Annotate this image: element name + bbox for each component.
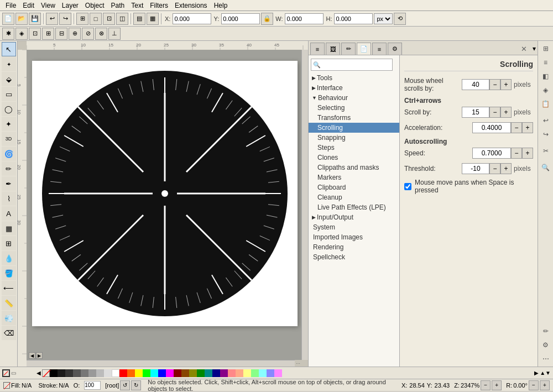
spiral-tool[interactable]: 🌀 bbox=[2, 147, 16, 161]
scroll-by-inc[interactable]: + bbox=[500, 107, 512, 118]
fr-paste-button[interactable]: 📋 bbox=[539, 97, 552, 111]
ellipse-tool[interactable]: ◯ bbox=[2, 102, 16, 116]
eraser-tool[interactable]: ⌫ bbox=[2, 326, 16, 340]
menu-help[interactable]: Help bbox=[211, 0, 231, 11]
fr-zoom-button[interactable]: 🔍 bbox=[539, 161, 552, 174]
prefs-tab-6[interactable]: ⚙ bbox=[388, 43, 402, 55]
menu-extensions[interactable]: Extensions bbox=[171, 0, 211, 11]
measure-tool[interactable]: 📏 bbox=[2, 296, 16, 310]
unit-select[interactable]: px bbox=[374, 13, 393, 24]
menu-layer[interactable]: Layer bbox=[59, 0, 82, 11]
tree-cleanup[interactable]: Cleanup bbox=[309, 192, 399, 202]
tree-tools[interactable]: ▶ Tools bbox=[309, 73, 399, 83]
fr-symbols-button[interactable]: ◈ bbox=[539, 83, 552, 97]
undo-button[interactable]: ↩ bbox=[46, 13, 58, 25]
palette-up[interactable]: ▲ bbox=[540, 370, 545, 376]
fr-xml-button[interactable]: ⊞ bbox=[539, 42, 552, 55]
transform-reset-button[interactable]: ↺ bbox=[120, 380, 130, 390]
swatch-light-magenta[interactable] bbox=[274, 369, 282, 377]
swatch-light-green[interactable] bbox=[251, 369, 259, 377]
menu-object[interactable]: Object bbox=[82, 0, 108, 11]
fill-swatch[interactable] bbox=[3, 382, 10, 389]
mouse-wheel-input[interactable] bbox=[462, 79, 489, 90]
paint-bucket-tool[interactable]: 🪣 bbox=[2, 266, 16, 280]
swatch-red[interactable] bbox=[119, 369, 127, 377]
swatch-5[interactable] bbox=[88, 369, 96, 377]
swatch-3[interactable] bbox=[73, 369, 81, 377]
snap-center-button[interactable]: ⊕ bbox=[69, 28, 81, 40]
node-tool[interactable]: ✦ bbox=[2, 57, 16, 71]
tree-clippaths[interactable]: Clippaths and masks bbox=[309, 163, 399, 173]
mouse-wheel-inc[interactable]: + bbox=[500, 79, 512, 90]
canvas-area[interactable]: 5 10 15 20 25 30 35 40 45 bbox=[18, 41, 308, 367]
scroll-by-dec[interactable]: − bbox=[489, 107, 500, 118]
prefs-tab-1[interactable]: ≡ bbox=[310, 43, 325, 55]
fr-undo-button[interactable]: ↩ bbox=[539, 114, 552, 127]
fr-extra-button[interactable]: ⋯ bbox=[539, 352, 552, 365]
zoom-dec-button[interactable]: − bbox=[481, 380, 491, 390]
tree-rendering[interactable]: Rendering bbox=[309, 242, 399, 252]
transform-apply-button[interactable]: ↻ bbox=[131, 380, 141, 390]
calligraphy-tool[interactable]: ⌇ bbox=[2, 191, 16, 206]
swatch-magenta[interactable] bbox=[166, 369, 174, 377]
speed-input[interactable] bbox=[472, 148, 511, 159]
swatch-2[interactable] bbox=[65, 369, 73, 377]
swatch-white[interactable] bbox=[112, 369, 119, 377]
tree-interface[interactable]: ▶ Interface bbox=[309, 83, 399, 93]
snap-guide-button[interactable]: ⊟ bbox=[55, 28, 67, 40]
y-input[interactable] bbox=[221, 13, 260, 24]
save-button[interactable]: 💾 bbox=[29, 13, 41, 25]
tree-lpe[interactable]: Live Path Effects (LPE) bbox=[309, 202, 399, 212]
tree-snapping[interactable]: Snapping bbox=[309, 133, 399, 143]
snap-grid-button[interactable]: ⊞ bbox=[42, 28, 54, 40]
tree-spellcheck[interactable]: Spellcheck bbox=[309, 252, 399, 262]
new-button[interactable]: 📄 bbox=[2, 13, 14, 25]
swatch-brown[interactable] bbox=[181, 369, 189, 377]
menu-filters[interactable]: Filters bbox=[147, 0, 171, 11]
scroll-by-input[interactable] bbox=[462, 107, 489, 118]
swatch-blue[interactable] bbox=[158, 369, 166, 377]
swatch-6[interactable] bbox=[96, 369, 104, 377]
swatch-light-cyan[interactable] bbox=[259, 369, 267, 377]
prefs-tab-3[interactable]: ✏ bbox=[341, 43, 356, 55]
rotation-dec-button[interactable]: − bbox=[529, 380, 539, 390]
h-input[interactable] bbox=[334, 13, 373, 24]
prefs-tab-4[interactable]: 📄 bbox=[357, 43, 371, 55]
swatch-7[interactable] bbox=[104, 369, 112, 377]
prefs-close-button[interactable]: ✕ bbox=[518, 43, 529, 54]
tree-selecting[interactable]: Selecting bbox=[309, 103, 399, 113]
prefs-expand-button[interactable]: ▾ bbox=[533, 45, 536, 53]
swatch-1[interactable] bbox=[58, 369, 65, 377]
menu-text[interactable]: Text bbox=[128, 0, 147, 11]
swatch-yellow[interactable] bbox=[135, 369, 143, 377]
threshold-dec[interactable]: − bbox=[489, 163, 500, 174]
zoom-draw-button[interactable]: ◫ bbox=[116, 13, 128, 25]
snap-midpoint-button[interactable]: ⊘ bbox=[82, 28, 94, 40]
tree-system[interactable]: System bbox=[309, 222, 399, 232]
tree-input-output[interactable]: ▶ Input/Output bbox=[309, 212, 399, 222]
pencil-tool[interactable]: ✏ bbox=[2, 161, 16, 176]
zoom-tool[interactable]: ⬙ bbox=[2, 72, 16, 86]
horizontal-scrollbar[interactable] bbox=[27, 360, 301, 367]
rect-tool[interactable]: ▭ bbox=[2, 87, 16, 101]
swatch-light-blue[interactable] bbox=[267, 369, 274, 377]
tree-imported-images[interactable]: Imported Images bbox=[309, 232, 399, 242]
tree-behaviour[interactable]: ▼ Behaviour bbox=[309, 93, 399, 103]
swatch-orange[interactable] bbox=[127, 369, 135, 377]
fr-settings2-button[interactable]: ⚙ bbox=[539, 338, 552, 352]
space-pan-checkbox[interactable] bbox=[404, 183, 411, 190]
threshold-inc[interactable]: + bbox=[500, 163, 512, 174]
pen-tool[interactable]: ✒ bbox=[2, 176, 16, 191]
zoom-fit-button[interactable]: ⊞ bbox=[76, 13, 88, 25]
snap-perp-button[interactable]: ⊥ bbox=[108, 28, 121, 40]
swatch-olive[interactable] bbox=[189, 369, 197, 377]
swatch-dark-green[interactable] bbox=[197, 369, 205, 377]
transparent-swatch[interactable] bbox=[42, 369, 50, 377]
star-tool[interactable]: ✦ bbox=[2, 117, 16, 131]
swatch-dark-blue[interactable] bbox=[212, 369, 220, 377]
swatch-pink[interactable] bbox=[228, 369, 236, 377]
tree-steps[interactable]: Steps bbox=[309, 143, 399, 153]
acceleration-input[interactable] bbox=[472, 122, 511, 133]
prefs-tab-5[interactable]: ≡ bbox=[372, 43, 387, 55]
3dbox-tool[interactable]: 3D bbox=[2, 132, 16, 146]
